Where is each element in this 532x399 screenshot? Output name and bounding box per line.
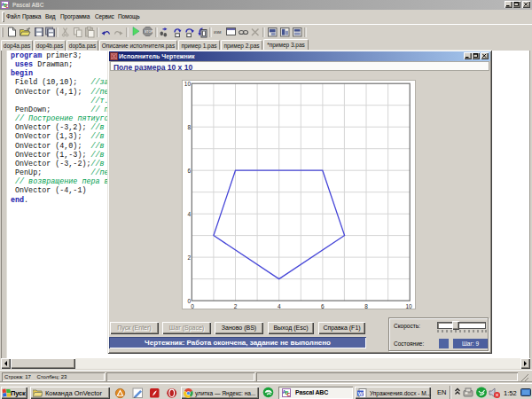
svg-text:4: 4 [187, 211, 191, 217]
svg-text:0: 0 [191, 303, 194, 309]
svg-text:2: 2 [187, 254, 191, 261]
svg-text:2: 2 [234, 303, 238, 309]
svg-text:8: 8 [364, 303, 368, 309]
svg-text:W: W [358, 390, 364, 395]
svg-text:C: C [287, 392, 290, 396]
svg-text:изм: изм [214, 29, 222, 35]
svg-text:1:52: 1:52 [504, 389, 517, 397]
svg-text:10: 10 [184, 81, 192, 87]
svg-text:C: C [5, 4, 8, 8]
svg-text:6: 6 [187, 168, 191, 174]
svg-text:0: 0 [187, 298, 191, 304]
svg-text:STOP: STOP [145, 30, 153, 34]
svg-text:8: 8 [187, 124, 191, 130]
svg-text:6: 6 [321, 303, 325, 309]
svg-text:4: 4 [278, 303, 281, 309]
svg-text:10: 10 [405, 303, 412, 309]
